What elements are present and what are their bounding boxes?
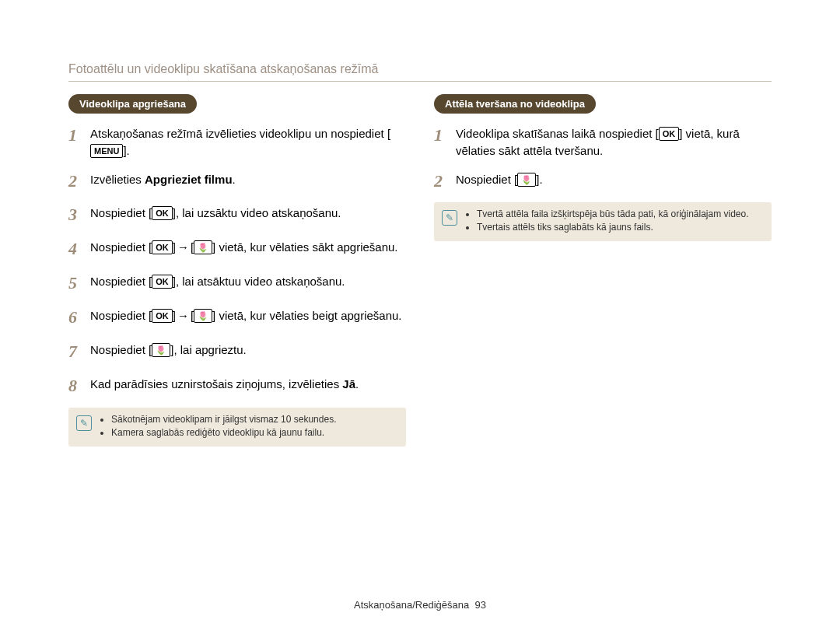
step-number: 6	[68, 305, 90, 330]
step-number: 2	[434, 169, 456, 194]
step-text: Kad parādīsies uznirstošais ziņojums, iz…	[90, 373, 406, 393]
flower-key: 🌷	[194, 309, 212, 323]
flower-key: 🌷	[152, 343, 170, 357]
step-number: 2	[68, 169, 90, 194]
left-column: Videoklipa apgriešana 1 Atskaņošanas rež…	[68, 94, 406, 447]
step-number: 1	[68, 123, 90, 148]
note-icon: ✎	[76, 415, 92, 431]
right-column: Attēla tveršana no videoklipa 1 Videokli…	[434, 94, 772, 447]
ok-key: OK	[152, 309, 173, 323]
step-text: Nospiediet [OK], lai uzsāktu video atska…	[90, 202, 406, 222]
step-text: Atskaņošanas režīmā izvēlieties videokli…	[90, 123, 406, 159]
step-text: Nospiediet [OK]→[🌷] vietā, kur vēlaties …	[90, 236, 406, 256]
ok-key: OK	[152, 240, 173, 254]
step-text: Nospiediet [OK], lai atsāktuu video atsk…	[90, 271, 406, 290]
arrow-icon: →	[176, 240, 191, 254]
flower-key: 🌷	[517, 173, 536, 187]
step-text: Nospiediet [OK]→[🌷] vietā, kur vēlaties …	[90, 305, 406, 324]
step-4: 4 Nospiediet [OK]→[🌷] vietā, kur vēlatie…	[68, 236, 406, 261]
step-7: 7 Nospiediet [🌷], lai apgrieztu.	[68, 339, 406, 364]
step-number: 5	[68, 271, 90, 296]
step-1: 1 Videoklipa skatīšanas laikā nospiediet…	[434, 123, 772, 159]
note-box-left: ✎ Sākotnējam videoklipam ir jāilgst vism…	[68, 408, 406, 447]
step-number: 8	[68, 373, 90, 398]
note-item: Sākotnējam videoklipam ir jāilgst vismaz…	[111, 414, 336, 425]
step-6: 6 Nospiediet [OK]→[🌷] vietā, kur vēlatie…	[68, 305, 406, 330]
step-2: 2 Izvēlieties Apgrieziet filmu.	[68, 169, 406, 194]
note-box-right: ✎ Tvertā attēla faila izšķirtspēja būs t…	[434, 202, 772, 241]
arrow-icon: →	[176, 309, 191, 322]
step-3: 3 Nospiediet [OK], lai uzsāktu video ats…	[68, 202, 406, 227]
step-text: Izvēlieties Apgrieziet filmu.	[90, 169, 406, 188]
step-8: 8 Kad parādīsies uznirstošais ziņojums, …	[68, 373, 406, 398]
note-list: Tvertā attēla faila izšķirtspēja būs tād…	[465, 208, 749, 235]
step-5: 5 Nospiediet [OK], lai atsāktuu video at…	[68, 271, 406, 296]
section-title: Fotoattēlu un videoklipu skatīšana atska…	[68, 62, 772, 76]
pill-capture-image: Attēla tveršana no videoklipa	[434, 94, 596, 114]
note-icon: ✎	[442, 210, 457, 226]
step-2: 2 Nospiediet [🌷].	[434, 169, 772, 194]
step-number: 7	[68, 339, 90, 364]
note-list: Sākotnējam videoklipam ir jāilgst vismaz…	[100, 414, 336, 440]
step-number: 4	[68, 236, 90, 261]
step-1: 1 Atskaņošanas režīmā izvēlieties videok…	[68, 123, 406, 159]
ok-key: OK	[152, 206, 173, 220]
pill-trim-video: Videoklipa apgriešana	[68, 94, 197, 114]
note-item: Tvertais attēls tiks saglabāts kā jauns …	[477, 222, 749, 233]
step-text: Nospiediet [🌷].	[456, 169, 772, 188]
flower-key: 🌷	[194, 240, 212, 254]
page-footer: Atskaņošana/Rediģēšana 93	[0, 599, 840, 611]
step-number: 3	[68, 202, 90, 227]
ok-key: OK	[152, 275, 173, 289]
step-text: Nospiediet [🌷], lai apgrieztu.	[90, 339, 406, 359]
note-item: Kamera saglabās rediģēto videoklipu kā j…	[111, 427, 336, 438]
menu-key: MENU	[90, 144, 123, 158]
step-text: Videoklipa skatīšanas laikā nospiediet […	[456, 123, 772, 159]
step-number: 1	[434, 123, 456, 148]
note-item: Tvertā attēla faila izšķirtspēja būs tād…	[477, 208, 749, 219]
ok-key: OK	[659, 127, 680, 141]
divider	[68, 81, 772, 82]
